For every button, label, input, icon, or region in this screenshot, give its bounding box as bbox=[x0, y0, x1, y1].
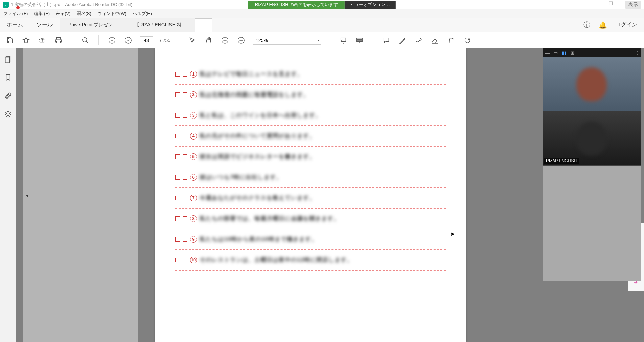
hand-tool-icon[interactable] bbox=[204, 36, 213, 45]
question-number: 4 bbox=[190, 133, 197, 140]
menu-file[interactable]: ファイル (F) bbox=[3, 10, 28, 17]
question-number: 7 bbox=[190, 195, 197, 201]
view-options-dropdown[interactable]: ビューオプション⌄ bbox=[345, 1, 396, 9]
page-up-icon[interactable] bbox=[107, 36, 117, 45]
comment-icon[interactable] bbox=[382, 36, 391, 45]
menu-help[interactable]: ヘルプ(H) bbox=[133, 10, 152, 17]
checkbox[interactable] bbox=[183, 92, 187, 97]
checkbox[interactable] bbox=[183, 196, 187, 200]
divider bbox=[175, 187, 446, 188]
selection-tool-icon[interactable] bbox=[188, 36, 197, 45]
checkbox[interactable] bbox=[175, 92, 180, 97]
rotate-icon[interactable] bbox=[463, 36, 472, 45]
maximize-button[interactable]: ☐ bbox=[609, 1, 613, 9]
video-toolbar: — ▭ ▮▮ ⊞ ⛶ bbox=[543, 48, 641, 57]
bell-icon[interactable]: 🔔 bbox=[599, 21, 607, 29]
checkbox[interactable] bbox=[175, 216, 180, 221]
question-text: 私は北海道の両親に毎週電話をします。 bbox=[200, 91, 446, 99]
zoom-in-icon[interactable] bbox=[236, 36, 246, 45]
search-icon[interactable] bbox=[80, 36, 90, 45]
video-fullscreen-icon[interactable]: ⛶ bbox=[634, 50, 638, 56]
doc-tab-2[interactable] bbox=[195, 18, 212, 32]
help-icon[interactable]: ⓘ bbox=[583, 20, 590, 29]
fit-width-icon[interactable] bbox=[339, 36, 348, 45]
checkbox[interactable] bbox=[175, 237, 180, 242]
cloud-upload-icon[interactable] bbox=[38, 36, 47, 45]
speaker-view-icon[interactable]: ▮▮ bbox=[562, 50, 567, 56]
print-icon[interactable] bbox=[54, 36, 63, 45]
checkbox[interactable] bbox=[183, 237, 187, 242]
question-text: 今週あなたがそのクラスを教えています。 bbox=[200, 194, 446, 202]
read-mode-icon[interactable] bbox=[355, 36, 364, 45]
page-down-icon[interactable] bbox=[123, 36, 133, 45]
checkbox[interactable] bbox=[175, 72, 180, 77]
checkbox[interactable] bbox=[175, 154, 180, 159]
question-text: 私たちの部署では、毎週月曜日に会議を開きます。 bbox=[200, 215, 446, 222]
menu-view[interactable]: 表示(V) bbox=[56, 10, 70, 17]
checkbox[interactable] bbox=[175, 113, 180, 118]
checkbox[interactable] bbox=[175, 134, 180, 138]
question-row: 2 私は北海道の両親に毎週電話をします。 bbox=[175, 86, 446, 103]
svg-rect-5 bbox=[341, 38, 346, 41]
tab-tools[interactable]: ツール bbox=[30, 18, 60, 32]
checkbox[interactable] bbox=[183, 216, 187, 221]
delete-icon[interactable] bbox=[446, 36, 456, 45]
question-row: 8 私たちの部署では、毎週月曜日に会議を開きます。 bbox=[175, 210, 446, 227]
video-empty-area bbox=[543, 166, 641, 281]
thumbnails-icon[interactable] bbox=[4, 55, 12, 63]
gallery-view-icon[interactable]: ⊞ bbox=[571, 50, 574, 56]
checkbox[interactable] bbox=[183, 154, 187, 159]
video-call-panel[interactable]: — ▭ ▮▮ ⊞ ⛶ RIZAP ENGLISH bbox=[543, 48, 641, 281]
video-restore-icon[interactable]: ▭ bbox=[554, 50, 558, 56]
draw-icon[interactable] bbox=[414, 36, 423, 45]
video-feed-1[interactable] bbox=[543, 57, 641, 111]
minimize-button[interactable]: — bbox=[596, 1, 600, 9]
layers-icon[interactable] bbox=[4, 110, 12, 118]
doc-tab-0[interactable]: PowerPoint プレゼン… bbox=[60, 18, 126, 32]
menu-sign[interactable]: 署名(S) bbox=[77, 10, 91, 17]
login-button[interactable]: ログイン bbox=[616, 21, 637, 28]
question-row: 1 私はテレビで毎日ニュースを見ます。 bbox=[175, 65, 446, 83]
participant-avatar bbox=[576, 122, 607, 155]
chevron-down-icon: ⌄ bbox=[387, 2, 390, 7]
toolbar: / 255 bbox=[0, 32, 644, 48]
menu-edit[interactable]: 編集 (E) bbox=[34, 10, 50, 17]
checkbox[interactable] bbox=[183, 72, 187, 77]
question-text: 私はテレビで毎日ニュースを見ます。 bbox=[200, 70, 446, 78]
checkbox[interactable] bbox=[183, 175, 187, 180]
question-row: 5 彼女は英語でビジネスレターを書きます。 bbox=[175, 148, 446, 165]
checkbox[interactable] bbox=[175, 175, 180, 180]
question-number: 8 bbox=[190, 215, 197, 222]
thumbnail-panel[interactable]: ◂ bbox=[23, 48, 138, 342]
menu-window[interactable]: ウィンドウ(W) bbox=[97, 10, 127, 17]
display-toggle-button[interactable]: 表示 bbox=[625, 1, 641, 9]
question-number: 6 bbox=[190, 174, 197, 181]
sharing-banner: RIZAP ENGLISH の画面を表示しています bbox=[248, 1, 345, 9]
zoom-out-icon[interactable] bbox=[220, 36, 230, 45]
question-row: 7 今週あなたがそのクラスを教えています。 bbox=[175, 189, 446, 207]
collapse-panel-icon[interactable]: ◂ bbox=[26, 193, 28, 198]
security-shield-icon: ✓ bbox=[3, 2, 9, 8]
tab-home[interactable]: ホーム bbox=[0, 18, 30, 32]
save-icon[interactable] bbox=[5, 36, 15, 45]
bookmark-icon[interactable] bbox=[4, 73, 12, 82]
video-feed-2[interactable]: RIZAP ENGLISH bbox=[543, 111, 641, 166]
svg-point-1 bbox=[109, 37, 115, 43]
highlight-icon[interactable] bbox=[398, 36, 407, 45]
divider bbox=[175, 208, 446, 209]
attachment-icon[interactable] bbox=[4, 92, 12, 100]
erase-icon[interactable] bbox=[430, 36, 440, 45]
checkbox[interactable] bbox=[183, 134, 187, 138]
checkbox[interactable] bbox=[175, 196, 180, 200]
question-text: 彼女は英語でビジネスレターを書きます。 bbox=[200, 153, 446, 161]
page-number-input[interactable] bbox=[140, 36, 153, 44]
window-title: 1.究極の英会話（上）.pdf - Adobe Acrobat Reader D… bbox=[11, 2, 132, 8]
checkbox[interactable] bbox=[183, 258, 187, 262]
doc-tab-1[interactable]: 【RIZAP ENGLISH 料… bbox=[126, 18, 195, 32]
checkbox[interactable] bbox=[175, 258, 180, 262]
question-text: 彼はいつも7時に出社します。 bbox=[200, 173, 446, 181]
checkbox[interactable] bbox=[183, 113, 187, 118]
star-icon[interactable] bbox=[21, 36, 31, 45]
video-minimize-icon[interactable]: — bbox=[545, 50, 550, 56]
zoom-select[interactable] bbox=[253, 36, 321, 45]
